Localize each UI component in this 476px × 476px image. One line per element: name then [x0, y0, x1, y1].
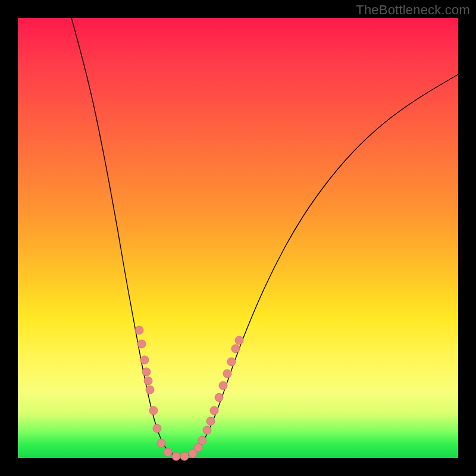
- bead: [172, 452, 180, 461]
- bead: [194, 443, 202, 452]
- bead: [137, 340, 146, 348]
- bead: [146, 386, 154, 394]
- beads-left: [135, 326, 189, 461]
- bead: [153, 424, 161, 433]
- beads-right: [189, 336, 243, 458]
- bead: [210, 406, 218, 415]
- chart-frame: TheBottleneck.com: [0, 0, 476, 476]
- bead: [215, 393, 223, 402]
- bead: [140, 356, 149, 364]
- curve-path: [71, 18, 458, 456]
- bead: [235, 336, 243, 345]
- bead: [157, 439, 165, 447]
- bead: [180, 452, 189, 461]
- bead: [198, 436, 206, 444]
- bead: [135, 326, 143, 334]
- bead: [223, 369, 231, 378]
- bead: [142, 368, 151, 376]
- bead: [206, 417, 215, 425]
- chart-svg: [18, 18, 458, 458]
- bead: [231, 345, 240, 353]
- bead: [219, 381, 227, 390]
- bead: [203, 426, 211, 434]
- watermark-text: TheBottleneck.com: [356, 2, 470, 18]
- bead: [144, 377, 152, 385]
- bead: [227, 358, 236, 366]
- bead: [164, 448, 172, 456]
- chart-plot-area: [18, 18, 458, 458]
- bead: [149, 406, 158, 415]
